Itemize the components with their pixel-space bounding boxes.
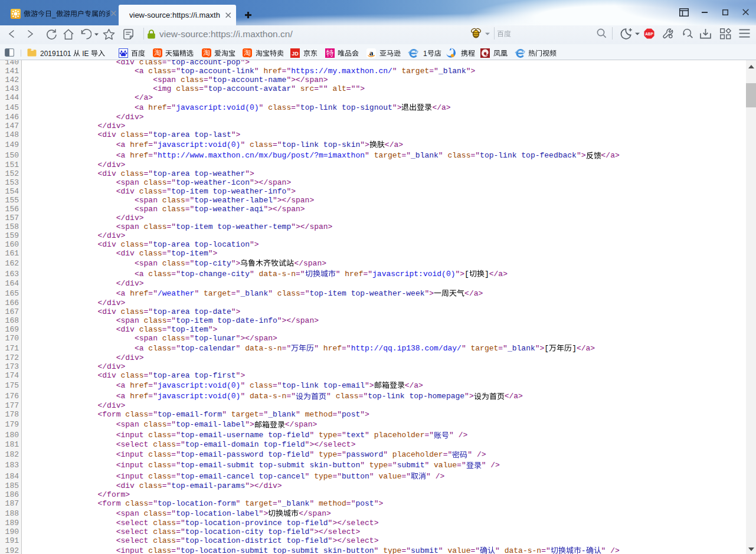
svg-text:JD: JD — [292, 51, 299, 57]
svg-text:ABP: ABP — [645, 31, 653, 35]
svg-text:a: a — [369, 48, 374, 57]
